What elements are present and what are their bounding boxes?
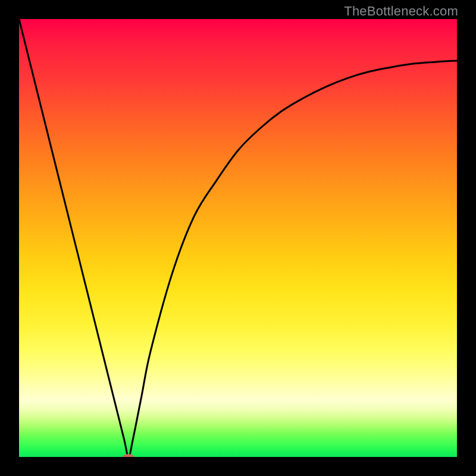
bottleneck-curve [19, 19, 457, 457]
plot-area [19, 19, 457, 457]
chart-frame: TheBottleneck.com [0, 0, 476, 476]
attribution-text: TheBottleneck.com [344, 4, 458, 19]
